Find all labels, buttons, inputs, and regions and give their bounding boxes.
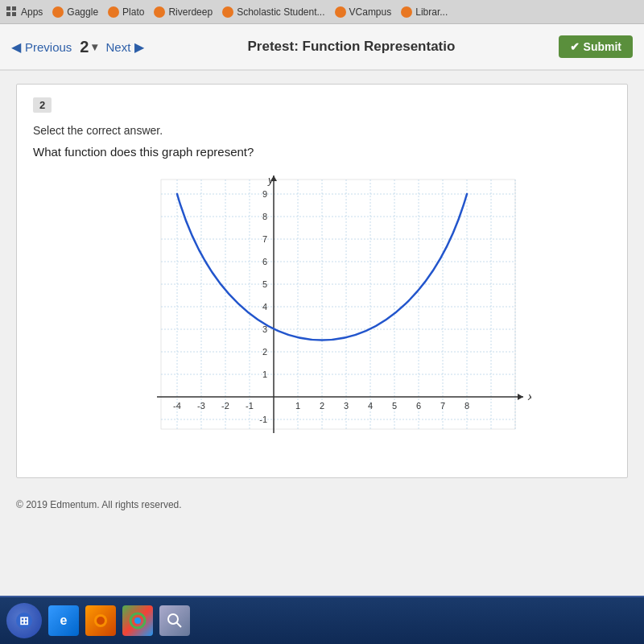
svg-text:-1: -1 — [259, 415, 267, 424]
svg-text:5: 5 — [262, 279, 267, 289]
browser-chrome: Apps Gaggle Plato Riverdeep Scholastic S… — [0, 0, 644, 71]
start-button[interactable]: ⊞ — [6, 603, 42, 638]
bookmark-scholastic-label: Scholastic Student... — [237, 6, 324, 18]
previous-arrow-icon: ◀ — [11, 39, 21, 55]
svg-text:⊞: ⊞ — [19, 614, 29, 627]
svg-rect-0 — [6, 6, 10, 10]
svg-rect-2 — [6, 12, 10, 16]
svg-text:8: 8 — [262, 212, 267, 221]
svg-text:-4: -4 — [173, 401, 181, 411]
ie-icon: e — [54, 611, 73, 630]
bookmark-apps-label: Apps — [21, 6, 43, 18]
copyright-text: © 2019 Edmentum. All rights reserved. — [16, 499, 182, 510]
svg-point-59 — [134, 617, 141, 624]
bookmark-plato[interactable]: Plato — [108, 6, 144, 18]
graph-container: x y -4 -3 -2 -1 1 2 3 4 5 6 7 8 — [113, 171, 531, 461]
svg-line-61 — [176, 622, 181, 627]
bookmark-vcampus[interactable]: VCampus — [335, 6, 392, 18]
gaggle-icon — [52, 6, 64, 18]
nav-bar: ◀ Previous 2 ▾ Next ▶ Pretest: Function … — [0, 24, 644, 71]
function-graph: x y -4 -3 -2 -1 1 2 3 4 5 6 7 8 — [113, 171, 531, 461]
bookmark-scholastic[interactable]: Scholastic Student... — [222, 6, 324, 18]
ie-button[interactable]: e — [48, 605, 79, 636]
footer: © 2019 Edmentum. All rights reserved. — [0, 491, 644, 518]
bookmark-apps[interactable]: Apps — [6, 6, 43, 18]
bookmark-riverdeep-label: Riverdeep — [168, 6, 213, 18]
bookmark-gaggle[interactable]: Gaggle — [52, 6, 98, 18]
bookmark-library[interactable]: Librar... — [401, 6, 448, 18]
svg-text:1: 1 — [295, 401, 300, 411]
svg-text:3: 3 — [344, 401, 349, 411]
question-number-display[interactable]: 2 ▾ — [80, 38, 97, 56]
content-area: 2 Select the correct answer. What functi… — [0, 71, 644, 596]
question-dropdown-icon: ▾ — [92, 40, 97, 53]
submit-label: Submit — [584, 40, 621, 53]
svg-text:5: 5 — [392, 401, 397, 411]
bookmark-vcampus-label: VCampus — [349, 6, 392, 18]
library-icon — [401, 6, 412, 18]
previous-label: Previous — [25, 40, 72, 54]
svg-text:6: 6 — [262, 257, 267, 266]
svg-text:2: 2 — [320, 401, 324, 411]
checkmark-icon: ✔ — [570, 40, 580, 53]
svg-text:8: 8 — [464, 401, 469, 411]
chrome-icon — [128, 611, 147, 630]
next-button[interactable]: Next ▶ — [105, 39, 144, 55]
x-axis-label: x — [527, 390, 531, 402]
bookmark-riverdeep[interactable]: Riverdeep — [154, 6, 213, 18]
svg-text:4: 4 — [262, 302, 267, 312]
next-label: Next — [105, 40, 130, 54]
question-badge: 2 — [33, 97, 52, 113]
previous-button[interactable]: ◀ Previous — [11, 39, 72, 55]
windows-start-icon: ⊞ — [14, 611, 34, 630]
question-card: 2 Select the correct answer. What functi… — [16, 84, 628, 478]
chrome-button[interactable] — [122, 605, 153, 636]
plato-icon — [108, 6, 119, 18]
submit-button[interactable]: ✔ Submit — [559, 35, 633, 58]
svg-text:7: 7 — [440, 401, 445, 411]
bookmarks-bar: Apps Gaggle Plato Riverdeep Scholastic S… — [0, 0, 644, 24]
bookmark-plato-label: Plato — [122, 6, 144, 18]
page-title: Pretest: Function Representatio — [152, 39, 550, 55]
next-arrow-icon: ▶ — [134, 39, 144, 55]
x-axis-arrow — [518, 394, 523, 400]
svg-rect-1 — [12, 6, 16, 10]
firefox-button[interactable] — [85, 605, 116, 636]
vcampus-icon — [335, 6, 346, 18]
bookmark-gaggle-label: Gaggle — [67, 6, 98, 18]
svg-text:-3: -3 — [197, 401, 205, 411]
svg-text:9: 9 — [262, 189, 267, 199]
riverdeep-icon — [154, 6, 165, 18]
search-app-icon — [165, 611, 184, 630]
svg-rect-3 — [12, 12, 16, 16]
search-app-button[interactable] — [159, 605, 190, 636]
svg-text:1: 1 — [262, 369, 267, 379]
svg-text:-2: -2 — [221, 401, 229, 411]
svg-point-57 — [97, 617, 105, 625]
svg-text:2: 2 — [262, 347, 267, 357]
grid-icon — [6, 6, 18, 18]
firefox-icon — [91, 611, 110, 630]
svg-text:6: 6 — [416, 401, 421, 411]
scholastic-icon — [222, 6, 233, 18]
svg-text:4: 4 — [368, 401, 373, 411]
taskbar: ⊞ e — [0, 596, 644, 644]
question-text: What function does this graph represent? — [33, 145, 611, 159]
svg-text:7: 7 — [262, 234, 267, 244]
svg-text:-1: -1 — [246, 401, 254, 411]
bookmark-library-label: Librar... — [415, 6, 448, 18]
svg-rect-4 — [161, 180, 515, 429]
svg-text:e: e — [60, 613, 68, 627]
question-instruction: Select the correct answer. — [33, 124, 611, 137]
question-number-value: 2 — [80, 38, 89, 56]
